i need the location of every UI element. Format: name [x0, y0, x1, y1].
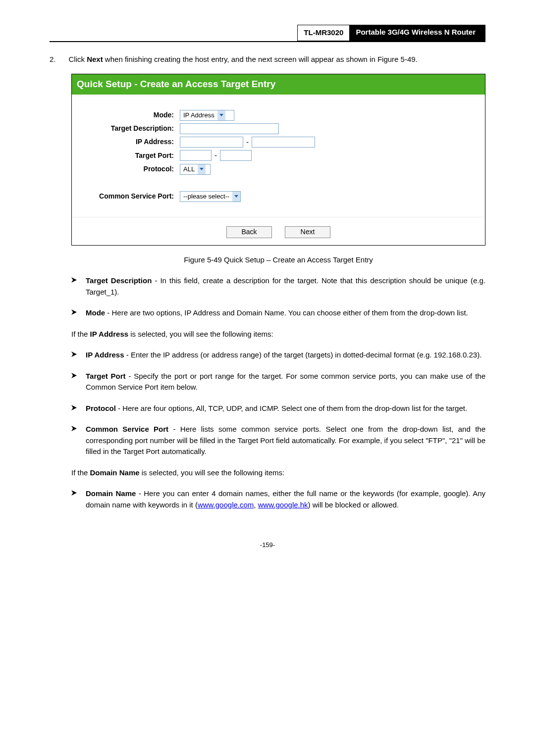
common-port-label: Common Service Port: — [72, 191, 180, 202]
p-bold: IP Address — [90, 330, 129, 338]
if-ip-paragraph: If the IP Address is selected, you will … — [71, 329, 485, 340]
arrow-bullet-icon — [71, 403, 77, 414]
if-domain-paragraph: If the Domain Name is selected, you will… — [71, 467, 485, 479]
protocol-label: Protocol: — [72, 164, 180, 174]
step-bold: Next — [87, 55, 103, 63]
arrow-bullet-icon — [71, 424, 77, 457]
bullet-bold: Mode — [86, 308, 105, 317]
protocol-select[interactable]: ALL — [180, 164, 211, 175]
target-desc-input[interactable] — [180, 123, 279, 134]
back-button[interactable]: Back — [226, 226, 272, 238]
divider — [72, 96, 484, 96]
step-text: Click Next when finishing creating the h… — [69, 54, 485, 65]
common-port-select-value: --please select-- — [180, 192, 232, 202]
bullet-bold: IP Address — [86, 351, 124, 359]
ip-dash: - — [246, 137, 249, 148]
arrow-bullet-icon — [71, 488, 77, 510]
arrow-bullet-icon — [71, 371, 77, 393]
p-pre: If the — [71, 468, 90, 477]
model-badge: TL-MR3020 — [297, 25, 350, 41]
bullet-protocol: Protocol - Here are four options, All, T… — [86, 403, 485, 414]
doc-title: Portable 3G/4G Wireless N Router — [350, 25, 485, 41]
figure-body: Mode: IP Address Target Description: IP … — [72, 95, 485, 245]
next-button[interactable]: Next — [285, 226, 330, 238]
ip-start-input[interactable] — [180, 137, 243, 148]
protocol-select-value: ALL — [180, 164, 198, 174]
port-dash: - — [214, 150, 217, 161]
bullet-target-desc: Target Description - In this field, crea… — [86, 275, 485, 298]
bullet-domain-name: Domain Name - Here you can enter 4 domai… — [86, 488, 485, 510]
port-end-input[interactable] — [220, 150, 252, 161]
bullet-text: - Here are four options, All, TCP, UDP, … — [116, 404, 467, 412]
bullet-common-service-port: Common Service Port - Here lists some co… — [86, 424, 485, 457]
arrow-bullet-icon — [71, 307, 77, 319]
common-port-select[interactable]: --please select-- — [180, 191, 241, 202]
p-pre: If the — [71, 330, 90, 338]
p-bold: Domain Name — [90, 468, 140, 477]
step-number: 2. — [50, 54, 56, 65]
mode-select-value: IP Address — [180, 110, 217, 120]
link-sep: , — [254, 501, 258, 509]
chevron-down-icon — [217, 110, 225, 120]
step-2: 2. Click Next when finishing creating th… — [50, 54, 485, 65]
link-google-com[interactable]: www.google.com — [198, 501, 254, 509]
bullet-target-port: Target Port - Specify the port or port r… — [86, 371, 485, 393]
page-number: -159- — [50, 540, 485, 550]
bullet-ip-address: IP Address - Enter the IP address (or ad… — [86, 350, 485, 361]
step-pre: Click — [69, 55, 87, 63]
bullet-text: - Here are two options, IP Address and D… — [105, 308, 468, 317]
bullet-text: - Specify the port or port range for the… — [86, 372, 485, 392]
figure-box: Quick Setup - Create an Access Target En… — [71, 74, 485, 246]
mode-select[interactable]: IP Address — [180, 110, 234, 121]
link-google-hk[interactable]: www.google.hk — [258, 501, 308, 509]
bullet-bold: Domain Name — [86, 489, 136, 498]
bullet-bold: Target Port — [86, 372, 126, 380]
figure-caption: Figure 5-49 Quick Setup – Create an Acce… — [71, 254, 485, 266]
bullet-bold: Common Service Port — [86, 425, 168, 433]
arrow-bullet-icon — [71, 275, 77, 298]
bullet-text-end: ) will be blocked or allowed. — [308, 501, 399, 509]
chevron-down-icon — [198, 164, 206, 174]
arrow-bullet-icon — [71, 350, 77, 361]
figure-title: Quick Setup - Create an Access Target En… — [72, 74, 485, 95]
bullet-mode: Mode - Here are two options, IP Address … — [86, 307, 485, 319]
port-start-input[interactable] — [180, 150, 212, 161]
p-post: is selected, you will see the following … — [140, 468, 285, 477]
doc-header: TL-MR3020 Portable 3G/4G Wireless N Rout… — [50, 25, 485, 42]
mode-label: Mode: — [72, 110, 180, 120]
port-label: Target Port: — [72, 151, 180, 161]
target-desc-label: Target Description: — [72, 123, 180, 134]
chevron-down-icon — [232, 192, 240, 202]
bullet-text: - Enter the IP address (or address range… — [124, 351, 482, 359]
step-post: when finishing creating the host entry, … — [103, 55, 418, 63]
bullet-bold: Protocol — [86, 404, 116, 412]
p-post: is selected, you will see the following … — [128, 330, 273, 338]
ip-label: IP Address: — [72, 137, 180, 147]
ip-end-input[interactable] — [252, 137, 315, 148]
bullet-bold: Target Description — [86, 276, 152, 285]
